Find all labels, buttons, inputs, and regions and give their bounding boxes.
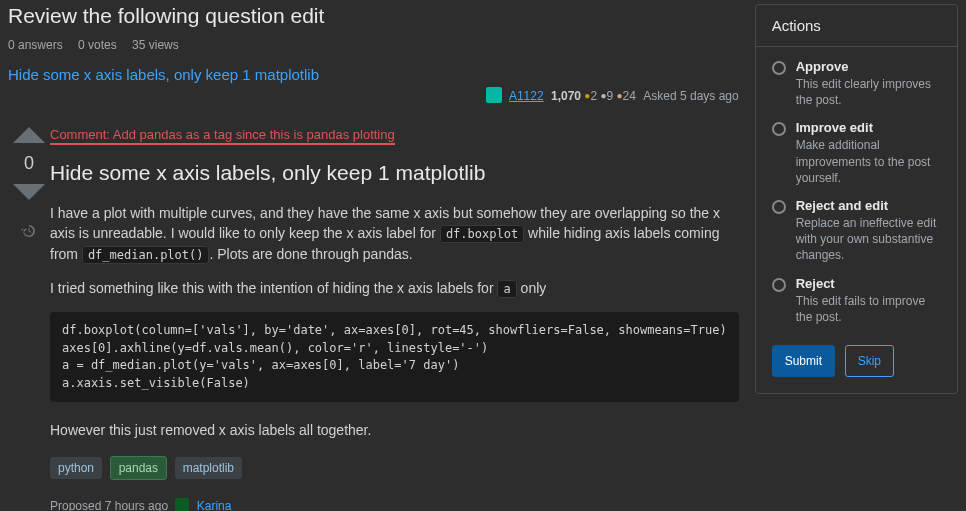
radio-icon <box>772 122 786 136</box>
actions-list: Approve This edit clearly improves the p… <box>756 47 957 341</box>
radio-icon <box>772 61 786 75</box>
header: Review the following question edit 0 ans… <box>8 4 739 103</box>
action-label: Approve <box>796 59 941 74</box>
tag-matplotlib[interactable]: matplotlib <box>175 457 242 479</box>
action-reject-and-edit[interactable]: Reject and edit Replace an ineffective e… <box>772 198 941 264</box>
upvote-button[interactable] <box>13 127 45 143</box>
tag-list: python pandas matplotlib <box>50 456 739 480</box>
proposer-link[interactable]: Karina <box>197 499 232 511</box>
actions-sidebar: Actions Approve This edit clearly improv… <box>755 4 958 394</box>
question-link[interactable]: Hide some x axis labels, only keep 1 mat… <box>8 66 319 83</box>
action-label: Reject and edit <box>796 198 941 213</box>
avatar <box>175 498 189 511</box>
action-desc: This edit clearly improves the post. <box>796 76 941 108</box>
main-content: Review the following question edit 0 ans… <box>8 0 755 511</box>
paragraph-2: I tried something like this with the int… <box>50 278 739 298</box>
skip-button[interactable]: Skip <box>845 345 894 377</box>
action-desc: Replace an ineffective edit with your ow… <box>796 215 941 264</box>
downvote-button[interactable] <box>13 184 45 200</box>
gold-badge-icon: ● <box>584 90 590 101</box>
silver-badge-count: 9 <box>606 89 613 103</box>
post-body: Comment: Add pandas as a tag since this … <box>50 127 739 511</box>
asked-time: Asked 5 days ago <box>643 89 738 103</box>
post-row: 0 Comment: Add pandas as a tag since thi… <box>8 127 739 511</box>
proposed-by: Proposed 7 hours ago Karina <box>50 498 739 511</box>
button-row: Submit Skip <box>756 341 957 393</box>
post-title: Hide some x axis labels, only keep 1 mat… <box>50 161 739 185</box>
tag-python[interactable]: python <box>50 457 102 479</box>
question-stats: 0 answers 0 votes 35 views <box>8 38 739 52</box>
reputation: 1,070 <box>551 89 581 103</box>
tag-pandas[interactable]: pandas <box>110 456 167 480</box>
vote-score: 0 <box>24 153 34 174</box>
inline-code: df.boxplot <box>440 225 524 243</box>
radio-icon <box>772 278 786 292</box>
silver-badge-icon: ● <box>600 90 606 101</box>
action-approve[interactable]: Approve This edit clearly improves the p… <box>772 59 941 108</box>
inline-code: df_median.plot() <box>82 246 210 264</box>
code-block[interactable]: df.boxplot(column=['vals'], by='date', a… <box>50 312 739 402</box>
action-desc: Make additional improvements to the post… <box>796 137 941 186</box>
edit-comment: Comment: Add pandas as a tag since this … <box>50 127 395 145</box>
action-desc: This edit fails to improve the post. <box>796 293 941 325</box>
comment-prefix: Comment: <box>50 127 110 142</box>
radio-icon <box>772 200 786 214</box>
paragraph-1: I have a plot with multiple curves, and … <box>50 203 739 264</box>
page-title: Review the following question edit <box>8 4 739 28</box>
author-meta: A1122 1,070 ●2 ●9 ●24 Asked 5 days ago <box>8 87 739 103</box>
comment-text: Add pandas as a tag since this is pandas… <box>110 127 395 142</box>
views-count: 35 views <box>132 38 179 52</box>
answers-count: 0 answers <box>8 38 63 52</box>
action-label: Improve edit <box>796 120 941 135</box>
vote-column: 0 <box>8 127 50 511</box>
inline-code: a <box>497 280 516 298</box>
paragraph-3: However this just removed x axis labels … <box>50 420 739 440</box>
votes-count: 0 votes <box>78 38 117 52</box>
avatar <box>486 87 502 103</box>
gold-badge-count: 2 <box>590 89 597 103</box>
sidebar-title: Actions <box>756 5 957 47</box>
author-link[interactable]: A1122 <box>509 89 544 103</box>
history-icon[interactable] <box>20 222 38 243</box>
action-label: Reject <box>796 276 941 291</box>
submit-button[interactable]: Submit <box>772 345 835 377</box>
bronze-badge-count: 24 <box>623 89 636 103</box>
action-reject[interactable]: Reject This edit fails to improve the po… <box>772 276 941 325</box>
bronze-badge-icon: ● <box>617 90 623 101</box>
action-improve-edit[interactable]: Improve edit Make additional improvement… <box>772 120 941 186</box>
post-prose: I have a plot with multiple curves, and … <box>50 203 739 440</box>
